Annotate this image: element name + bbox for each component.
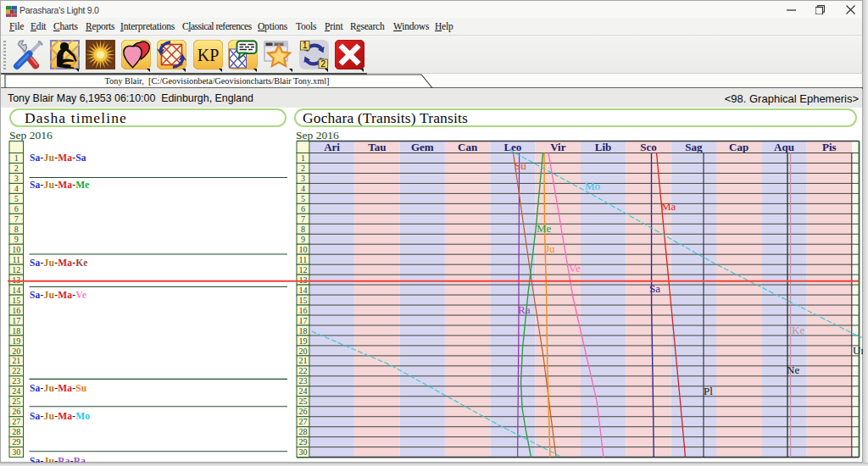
svg-text:Ari: Ari — [324, 141, 340, 153]
svg-text:13: 13 — [12, 275, 20, 285]
svg-text:Ma: Ma — [661, 200, 676, 213]
svg-text:Vir: Vir — [550, 141, 566, 153]
svg-text:4: 4 — [301, 184, 305, 193]
svg-text:Aqu: Aqu — [774, 141, 794, 153]
svg-text:25: 25 — [12, 397, 20, 406]
svg-text:10: 10 — [12, 245, 20, 254]
svg-text:28: 28 — [298, 427, 307, 436]
svg-text:29: 29 — [12, 437, 20, 447]
svg-text:9: 9 — [301, 235, 305, 244]
svg-text:Me: Me — [537, 222, 552, 235]
svg-text:24: 24 — [12, 386, 20, 396]
svg-text:16: 16 — [298, 306, 307, 315]
svg-text:Pis: Pis — [822, 141, 837, 153]
svg-text:Mo: Mo — [585, 180, 600, 192]
svg-text:29: 29 — [298, 437, 307, 447]
svg-text:7: 7 — [301, 214, 305, 224]
svg-text:5: 5 — [14, 194, 19, 203]
svg-text:Can: Can — [458, 141, 478, 153]
svg-text:15: 15 — [12, 296, 20, 305]
svg-text:26: 26 — [12, 407, 20, 416]
svg-text:Sco: Sco — [640, 141, 657, 153]
svg-text:26: 26 — [298, 407, 307, 416]
svg-text:Cap: Cap — [729, 141, 748, 153]
svg-text:8: 8 — [14, 225, 19, 234]
svg-text:Tau: Tau — [368, 141, 386, 153]
svg-text:16: 16 — [12, 306, 20, 315]
svg-text:27: 27 — [298, 417, 307, 426]
svg-text:17: 17 — [298, 316, 307, 325]
svg-text:23: 23 — [12, 376, 20, 386]
svg-text:Ve: Ve — [569, 262, 581, 275]
svg-text:Ne: Ne — [787, 363, 799, 376]
svg-text:19: 19 — [298, 336, 307, 346]
svg-text:30: 30 — [12, 447, 20, 457]
svg-text:23: 23 — [298, 376, 307, 386]
svg-text:18: 18 — [12, 326, 20, 336]
svg-text:6: 6 — [301, 204, 305, 214]
svg-text:27: 27 — [12, 417, 20, 426]
svg-text:28: 28 — [12, 427, 20, 436]
svg-text:12: 12 — [298, 265, 307, 275]
svg-text:20: 20 — [12, 347, 20, 356]
svg-text:10: 10 — [298, 245, 307, 254]
svg-text:5: 5 — [301, 194, 305, 203]
svg-text:Ra: Ra — [518, 303, 531, 316]
svg-text:9: 9 — [14, 235, 19, 244]
svg-text:24: 24 — [298, 386, 307, 396]
svg-text:1: 1 — [14, 153, 19, 163]
svg-text:18: 18 — [298, 326, 307, 336]
svg-text:3: 3 — [301, 174, 305, 183]
svg-text:21: 21 — [12, 356, 20, 365]
svg-text:14: 14 — [298, 286, 307, 295]
svg-text:Sa: Sa — [649, 282, 660, 295]
svg-text:Lib: Lib — [595, 141, 612, 153]
svg-text:Pl: Pl — [704, 385, 713, 397]
svg-text:13: 13 — [298, 275, 307, 285]
svg-text:30: 30 — [298, 447, 307, 457]
svg-text:4: 4 — [14, 184, 19, 193]
svg-text:1: 1 — [301, 153, 305, 163]
svg-text:21: 21 — [298, 356, 307, 365]
svg-text:17: 17 — [12, 316, 20, 325]
svg-text:11: 11 — [12, 255, 20, 264]
svg-text:2: 2 — [14, 164, 19, 173]
svg-text:Gem: Gem — [411, 141, 434, 153]
svg-text:20: 20 — [298, 347, 307, 356]
svg-text:19: 19 — [12, 336, 20, 346]
svg-text:25: 25 — [298, 397, 307, 406]
svg-text:12: 12 — [12, 265, 20, 275]
svg-text:14: 14 — [12, 286, 20, 295]
svg-text:11: 11 — [299, 255, 308, 264]
svg-text:2: 2 — [301, 164, 305, 173]
svg-text:Sag: Sag — [685, 141, 703, 153]
svg-text:8: 8 — [301, 225, 305, 234]
svg-text:15: 15 — [298, 296, 307, 305]
svg-text:22: 22 — [298, 366, 307, 375]
svg-text:3: 3 — [14, 174, 19, 183]
svg-text:7: 7 — [14, 214, 19, 224]
svg-text:Ke: Ke — [792, 324, 804, 336]
svg-text:Su: Su — [515, 159, 526, 172]
svg-text:Ju: Ju — [545, 242, 555, 255]
svg-text:22: 22 — [12, 366, 20, 375]
svg-text:6: 6 — [14, 204, 19, 214]
